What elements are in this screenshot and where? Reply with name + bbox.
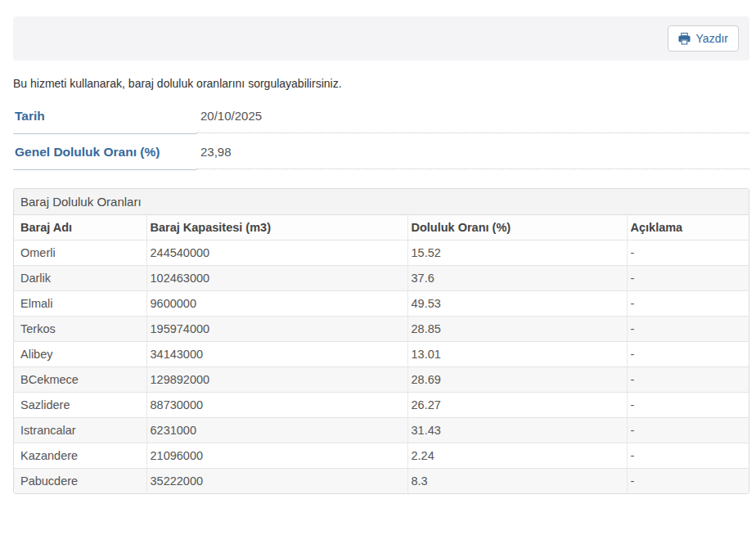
table-cell: - xyxy=(627,469,749,494)
table-cell: - xyxy=(627,266,749,291)
table-cell: 28.85 xyxy=(407,317,627,342)
date-row: Tarih 20/10/2025 xyxy=(13,109,749,134)
printer-icon xyxy=(678,33,691,45)
table-cell: 9600000 xyxy=(146,291,407,317)
overall-fill-rate-row: Genel Doluluk Oranı (%) 23,98 xyxy=(13,145,749,170)
table-cell: 49.53 xyxy=(407,291,627,317)
date-value: 20/10/2025 xyxy=(196,109,749,133)
table-row: Terkos19597400028.85- xyxy=(14,317,749,342)
dam-table: Baraj AdıBaraj Kapasitesi (m3)Doluluk Or… xyxy=(14,215,749,493)
table-cell: 2.24 xyxy=(407,443,627,469)
table-cell: - xyxy=(627,342,749,367)
table-cell: 35222000 xyxy=(146,469,407,494)
table-cell: - xyxy=(627,418,749,443)
table-cell: 88730000 xyxy=(146,393,407,418)
table-row: Istrancalar623100031.43- xyxy=(14,418,749,443)
table-cell: - xyxy=(627,291,749,317)
table-cell: Elmali xyxy=(14,291,146,317)
summary-section: Tarih 20/10/2025 Genel Doluluk Oranı (%)… xyxy=(13,109,749,170)
dam-table-body: Omerli24454000015.52-Darlik10246300037.6… xyxy=(14,241,749,494)
column-header: Baraj Adı xyxy=(14,215,146,241)
panel-title: Baraj Doluluk Oranları xyxy=(14,189,749,215)
column-header: Açıklama xyxy=(627,215,749,241)
table-cell: Pabucdere xyxy=(14,469,146,494)
table-row: Pabucdere352220008.3- xyxy=(14,469,749,494)
table-cell: 102463000 xyxy=(146,266,407,291)
table-cell: 37.6 xyxy=(407,266,627,291)
table-cell: 34143000 xyxy=(146,342,407,367)
table-cell: 31.43 xyxy=(407,418,627,443)
column-header: Baraj Kapasitesi (m3) xyxy=(146,215,407,241)
table-cell: Istrancalar xyxy=(14,418,146,443)
overall-fill-rate-value: 23,98 xyxy=(196,145,749,169)
table-row: BCekmece12989200028.69- xyxy=(14,367,749,393)
date-label: Tarih xyxy=(13,109,196,134)
table-cell: BCekmece xyxy=(14,367,146,393)
print-button-label: Yazdır xyxy=(696,32,728,45)
column-header: Doluluk Oranı (%) xyxy=(407,215,627,241)
table-cell: Darlik xyxy=(14,266,146,291)
table-header-row: Baraj AdıBaraj Kapasitesi (m3)Doluluk Or… xyxy=(14,215,749,241)
table-cell: 6231000 xyxy=(146,418,407,443)
table-cell: - xyxy=(627,317,749,342)
table-cell: Omerli xyxy=(14,241,146,266)
table-cell: - xyxy=(627,393,749,418)
table-cell: Alibey xyxy=(14,342,146,367)
table-cell: 26.27 xyxy=(407,393,627,418)
table-row: Sazlidere8873000026.27- xyxy=(14,393,749,418)
table-cell: - xyxy=(627,241,749,266)
table-cell: 21096000 xyxy=(146,443,407,469)
table-cell: 129892000 xyxy=(146,367,407,393)
table-cell: 8.3 xyxy=(407,469,627,494)
overall-fill-rate-label: Genel Doluluk Oranı (%) xyxy=(13,145,196,170)
print-button[interactable]: Yazdır xyxy=(668,25,739,52)
table-cell: 15.52 xyxy=(407,241,627,266)
table-cell: - xyxy=(627,443,749,469)
table-cell: Sazlidere xyxy=(14,393,146,418)
table-cell: 195974000 xyxy=(146,317,407,342)
table-cell: Terkos xyxy=(14,317,146,342)
dam-fill-rates-panel: Baraj Doluluk Oranları Baraj AdıBaraj Ka… xyxy=(13,188,749,494)
table-cell: 244540000 xyxy=(146,241,407,266)
table-row: Kazandere210960002.24- xyxy=(14,443,749,469)
table-cell: - xyxy=(627,367,749,393)
table-row: Alibey3414300013.01- xyxy=(14,342,749,367)
table-row: Omerli24454000015.52- xyxy=(14,241,749,266)
table-cell: 28.69 xyxy=(407,367,627,393)
toolbar: Yazdır xyxy=(13,16,749,61)
intro-text: Bu hizmeti kullanarak, baraj doluluk ora… xyxy=(13,77,749,90)
table-cell: Kazandere xyxy=(14,443,146,469)
table-row: Elmali960000049.53- xyxy=(14,291,749,317)
table-row: Darlik10246300037.6- xyxy=(14,266,749,291)
table-cell: 13.01 xyxy=(407,342,627,367)
